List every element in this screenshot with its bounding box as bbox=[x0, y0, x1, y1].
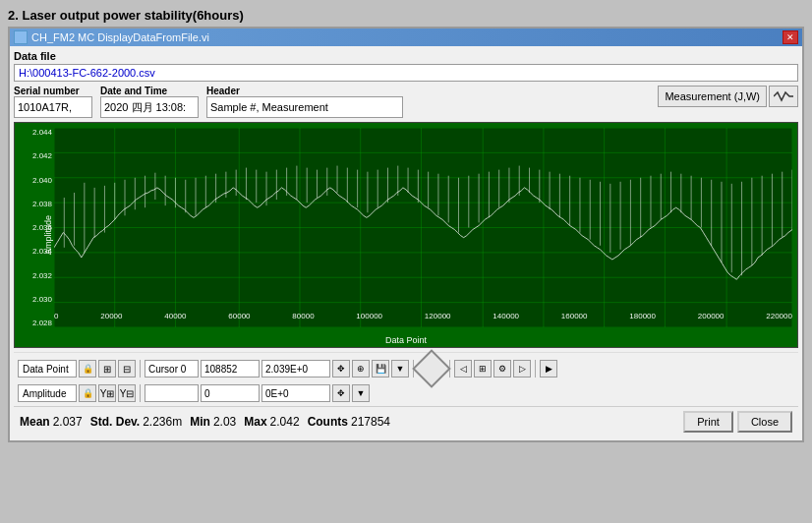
file-path[interactable]: H:\000413-FC-662-2000.csv bbox=[14, 64, 798, 82]
chart-area: 2.044 2.042 2.040 2.038 2.036 2.034 2.03… bbox=[14, 122, 798, 348]
mean-label: Mean bbox=[20, 415, 50, 429]
second-exp-input[interactable] bbox=[261, 384, 330, 402]
toolbar-row-2: Amplitude 🔒 Y⊞ Y⊟ ✥ ▼ bbox=[18, 384, 794, 402]
counts-label: Counts bbox=[308, 415, 348, 429]
x-label-3: 60000 bbox=[228, 312, 250, 320]
close-button[interactable]: Close bbox=[737, 411, 792, 433]
min-label: Min bbox=[190, 415, 210, 429]
date-time-field: Date and Time bbox=[100, 86, 199, 118]
window-titlebar: CH_FM2 MC DisplayDataFromFile.vi ✕ bbox=[10, 29, 802, 46]
x-label-7: 140000 bbox=[493, 312, 519, 320]
window-icon bbox=[14, 30, 28, 44]
y-label-3: 2.038 bbox=[32, 200, 52, 208]
chart-plot bbox=[54, 128, 792, 327]
max-label: Max bbox=[244, 415, 266, 429]
x-label-6: 120000 bbox=[425, 312, 451, 320]
y-axis-title: Amplitude bbox=[43, 215, 53, 255]
measurement-button[interactable]: Measurement (J,W) bbox=[658, 86, 767, 107]
y-label-0: 2.044 bbox=[32, 128, 52, 137]
x-axis-labels: 0 20000 40000 60000 80000 100000 120000 … bbox=[54, 312, 792, 327]
amplitude-value-input[interactable] bbox=[261, 360, 330, 378]
chart-svg bbox=[54, 128, 792, 327]
save-icon[interactable]: 💾 bbox=[372, 360, 389, 378]
header-input[interactable] bbox=[206, 96, 403, 118]
y-label-8: 2.028 bbox=[32, 319, 52, 327]
zoom-out-icon[interactable]: ⊟ bbox=[118, 360, 136, 378]
serial-number-label: Serial number bbox=[14, 86, 92, 96]
nav-left-icon[interactable]: ◁ bbox=[454, 360, 472, 378]
header-label: Header bbox=[206, 86, 650, 96]
counts-value: 217854 bbox=[351, 415, 390, 429]
counts-group: Counts 217854 bbox=[308, 415, 390, 429]
crosshair-icon[interactable]: ✥ bbox=[332, 360, 350, 378]
zoom-in-icon[interactable]: ⊞ bbox=[98, 360, 116, 378]
header-field: Header bbox=[206, 86, 650, 118]
action-buttons: Print Close bbox=[683, 411, 792, 433]
crosshair-icon-2[interactable]: ✥ bbox=[332, 384, 350, 402]
scroll-right-icon[interactable]: ▶ bbox=[540, 360, 557, 378]
min-value: 2.03 bbox=[213, 415, 236, 429]
x-label-4: 80000 bbox=[292, 312, 314, 320]
lock-icon-1[interactable]: 🔒 bbox=[79, 360, 96, 378]
amplitude-label: Amplitude bbox=[18, 384, 77, 402]
target-icon[interactable]: ⊕ bbox=[352, 360, 370, 378]
serial-number-field: Serial number bbox=[14, 86, 92, 118]
print-button[interactable]: Print bbox=[683, 411, 733, 433]
y-zoom-out-icon[interactable]: Y⊟ bbox=[118, 384, 136, 402]
meta-row: Serial number Date and Time Header Measu… bbox=[14, 86, 798, 118]
std-group: Std. Dev. 2.236m bbox=[90, 415, 183, 429]
mean-value: 2.037 bbox=[53, 415, 83, 429]
stats-bar: Mean 2.037 Std. Dev. 2.236m Min 2.03 Max… bbox=[14, 406, 798, 436]
dropdown-icon[interactable]: ▼ bbox=[391, 360, 409, 378]
page-title: 2. Laser output power stability(6hours) bbox=[8, 8, 804, 23]
wave-icon[interactable] bbox=[769, 86, 798, 107]
main-window: CH_FM2 MC DisplayDataFromFile.vi ✕ Data … bbox=[8, 27, 804, 442]
x-label-10: 200000 bbox=[698, 312, 725, 320]
y-label-1: 2.042 bbox=[32, 151, 52, 160]
serial-number-input[interactable] bbox=[14, 96, 92, 118]
second-value-input[interactable] bbox=[201, 384, 260, 402]
min-group: Min 2.03 bbox=[190, 415, 236, 429]
y-label-2: 2.040 bbox=[32, 176, 52, 185]
x-label-2: 40000 bbox=[164, 312, 186, 320]
cursor-label-input[interactable] bbox=[145, 360, 199, 378]
x-axis-title: Data Point bbox=[385, 335, 427, 345]
toolbar-row-1: Data Point 🔒 ⊞ ⊟ ✥ ⊕ 💾 ▼ ◁ ⊞ bbox=[18, 355, 794, 382]
toolbar-section: Data Point 🔒 ⊞ ⊟ ✥ ⊕ 💾 ▼ ◁ ⊞ bbox=[14, 352, 798, 406]
data-point-label: Data Point bbox=[18, 360, 77, 378]
max-group: Max 2.042 bbox=[244, 415, 299, 429]
x-label-8: 160000 bbox=[561, 312, 588, 320]
lock-icon-2[interactable]: 🔒 bbox=[79, 384, 96, 402]
std-label: Std. Dev. bbox=[90, 415, 140, 429]
gear-icon[interactable]: ⚙ bbox=[493, 360, 511, 378]
y-zoom-icon[interactable]: Y⊞ bbox=[98, 384, 116, 402]
mean-group: Mean 2.037 bbox=[20, 415, 83, 429]
x-label-9: 180000 bbox=[629, 312, 656, 320]
x-label-1: 20000 bbox=[100, 312, 122, 320]
x-label-5: 100000 bbox=[356, 312, 382, 320]
diamond-button[interactable] bbox=[412, 349, 451, 388]
grid-icon[interactable]: ⊞ bbox=[474, 360, 492, 378]
data-file-label: Data file bbox=[14, 50, 798, 62]
nav-right-icon[interactable]: ▷ bbox=[513, 360, 531, 378]
date-time-label: Date and Time bbox=[100, 86, 199, 96]
x-label-0: 0 bbox=[54, 312, 58, 320]
date-time-input[interactable] bbox=[100, 96, 199, 118]
std-value: 2.236m bbox=[143, 415, 182, 429]
second-cursor-input[interactable] bbox=[145, 384, 199, 402]
window-close-button[interactable]: ✕ bbox=[783, 30, 798, 44]
measurement-btn-group: Measurement (J,W) bbox=[658, 86, 798, 107]
cursor-value-input[interactable] bbox=[201, 360, 260, 378]
y-label-6: 2.032 bbox=[32, 271, 52, 280]
window-title: CH_FM2 MC DisplayDataFromFile.vi bbox=[31, 31, 209, 43]
max-value: 2.042 bbox=[270, 415, 300, 429]
x-label-11: 220000 bbox=[766, 312, 792, 320]
y-label-7: 2.030 bbox=[32, 295, 52, 304]
dropdown-icon-2[interactable]: ▼ bbox=[352, 384, 370, 402]
data-file-section: Data file H:\000413-FC-662-2000.csv bbox=[14, 50, 798, 82]
